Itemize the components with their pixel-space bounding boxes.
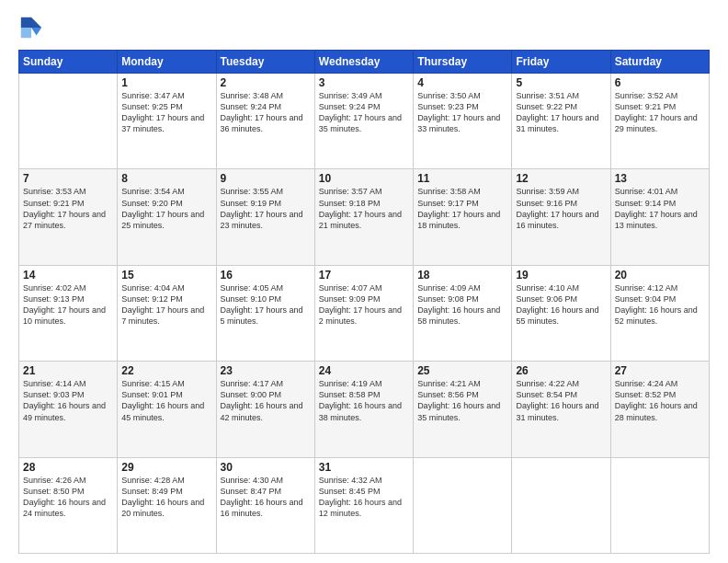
day-number: 25 xyxy=(417,364,507,377)
day-info: Sunrise: 4:19 AM Sunset: 8:58 PM Dayligh… xyxy=(319,378,409,423)
day-number: 31 xyxy=(319,461,409,474)
day-cell: 24 Sunrise: 4:19 AM Sunset: 8:58 PM Dayl… xyxy=(314,362,413,457)
day-cell: 8 Sunrise: 3:54 AM Sunset: 9:20 PM Dayli… xyxy=(118,169,216,265)
day-number: 16 xyxy=(221,269,311,282)
day-info: Sunrise: 3:52 AM Sunset: 9:21 PM Dayligh… xyxy=(615,90,705,135)
day-info: Sunrise: 3:58 AM Sunset: 9:17 PM Dayligh… xyxy=(417,186,507,231)
day-number: 21 xyxy=(23,364,113,377)
day-cell: 16 Sunrise: 4:05 AM Sunset: 9:10 PM Dayl… xyxy=(216,265,314,361)
day-number: 3 xyxy=(319,76,409,89)
svg-marker-0 xyxy=(31,17,41,28)
weekday-header-row: SundayMondayTuesdayWednesdayThursdayFrid… xyxy=(19,51,710,74)
svg-rect-3 xyxy=(21,28,31,38)
day-cell: 21 Sunrise: 4:14 AM Sunset: 9:03 PM Dayl… xyxy=(19,362,118,457)
weekday-tuesday: Tuesday xyxy=(216,51,314,74)
day-cell: 29 Sunrise: 4:28 AM Sunset: 8:49 PM Dayl… xyxy=(118,457,216,553)
weekday-friday: Friday xyxy=(512,51,610,74)
day-info: Sunrise: 4:07 AM Sunset: 9:09 PM Dayligh… xyxy=(319,282,409,327)
day-number: 26 xyxy=(516,364,606,377)
day-number: 19 xyxy=(516,269,606,282)
day-cell: 5 Sunrise: 3:51 AM Sunset: 9:22 PM Dayli… xyxy=(512,74,610,169)
day-cell: 1 Sunrise: 3:47 AM Sunset: 9:25 PM Dayli… xyxy=(118,74,216,169)
day-number: 20 xyxy=(615,269,705,282)
day-cell: 9 Sunrise: 3:55 AM Sunset: 9:19 PM Dayli… xyxy=(216,169,314,265)
day-number: 6 xyxy=(615,76,705,89)
day-cell: 13 Sunrise: 4:01 AM Sunset: 9:14 PM Dayl… xyxy=(610,169,709,265)
svg-rect-2 xyxy=(21,17,31,28)
day-info: Sunrise: 4:05 AM Sunset: 9:10 PM Dayligh… xyxy=(221,282,311,327)
day-number: 24 xyxy=(319,364,409,377)
day-cell xyxy=(512,457,610,553)
day-number: 2 xyxy=(221,76,311,89)
svg-marker-1 xyxy=(31,28,41,35)
week-row-2: 7 Sunrise: 3:53 AM Sunset: 9:21 PM Dayli… xyxy=(19,169,710,265)
day-cell xyxy=(414,457,512,553)
weekday-thursday: Thursday xyxy=(414,51,512,74)
day-number: 29 xyxy=(121,461,211,474)
day-cell: 4 Sunrise: 3:50 AM Sunset: 9:23 PM Dayli… xyxy=(414,74,512,169)
day-info: Sunrise: 4:21 AM Sunset: 8:56 PM Dayligh… xyxy=(417,378,507,423)
day-number: 8 xyxy=(121,172,211,185)
day-info: Sunrise: 4:10 AM Sunset: 9:06 PM Dayligh… xyxy=(516,282,606,327)
day-cell: 17 Sunrise: 4:07 AM Sunset: 9:09 PM Dayl… xyxy=(314,265,413,361)
day-info: Sunrise: 3:47 AM Sunset: 9:25 PM Dayligh… xyxy=(121,90,211,135)
day-info: Sunrise: 4:14 AM Sunset: 9:03 PM Dayligh… xyxy=(23,378,113,423)
day-cell: 14 Sunrise: 4:02 AM Sunset: 9:13 PM Dayl… xyxy=(19,265,118,361)
day-number: 11 xyxy=(417,172,507,185)
day-info: Sunrise: 4:32 AM Sunset: 8:45 PM Dayligh… xyxy=(319,475,409,520)
weekday-monday: Monday xyxy=(118,51,216,74)
day-number: 4 xyxy=(417,76,507,89)
day-info: Sunrise: 3:57 AM Sunset: 9:18 PM Dayligh… xyxy=(319,186,409,231)
day-info: Sunrise: 4:24 AM Sunset: 8:52 PM Dayligh… xyxy=(615,378,705,423)
day-info: Sunrise: 3:54 AM Sunset: 9:20 PM Dayligh… xyxy=(121,186,211,231)
week-row-3: 14 Sunrise: 4:02 AM Sunset: 9:13 PM Dayl… xyxy=(19,265,710,361)
day-number: 10 xyxy=(319,172,409,185)
day-cell: 20 Sunrise: 4:12 AM Sunset: 9:04 PM Dayl… xyxy=(610,265,709,361)
logo xyxy=(18,15,50,40)
day-info: Sunrise: 4:09 AM Sunset: 9:08 PM Dayligh… xyxy=(417,282,507,327)
day-cell: 23 Sunrise: 4:17 AM Sunset: 9:00 PM Dayl… xyxy=(216,362,314,457)
day-cell: 2 Sunrise: 3:48 AM Sunset: 9:24 PM Dayli… xyxy=(216,74,314,169)
day-info: Sunrise: 3:53 AM Sunset: 9:21 PM Dayligh… xyxy=(23,186,113,231)
day-cell xyxy=(610,457,709,553)
day-info: Sunrise: 3:55 AM Sunset: 9:19 PM Dayligh… xyxy=(221,186,311,231)
day-info: Sunrise: 4:12 AM Sunset: 9:04 PM Dayligh… xyxy=(615,282,705,327)
day-cell: 28 Sunrise: 4:26 AM Sunset: 8:50 PM Dayl… xyxy=(19,457,118,553)
day-cell: 27 Sunrise: 4:24 AM Sunset: 8:52 PM Dayl… xyxy=(610,362,709,457)
day-cell: 18 Sunrise: 4:09 AM Sunset: 9:08 PM Dayl… xyxy=(414,265,512,361)
day-info: Sunrise: 4:04 AM Sunset: 9:12 PM Dayligh… xyxy=(121,282,211,327)
day-info: Sunrise: 4:15 AM Sunset: 9:01 PM Dayligh… xyxy=(121,378,211,423)
day-number: 5 xyxy=(516,76,606,89)
day-info: Sunrise: 4:01 AM Sunset: 9:14 PM Dayligh… xyxy=(615,186,705,231)
week-row-1: 1 Sunrise: 3:47 AM Sunset: 9:25 PM Dayli… xyxy=(19,74,710,169)
day-number: 9 xyxy=(221,172,311,185)
day-number: 13 xyxy=(615,172,705,185)
day-info: Sunrise: 3:48 AM Sunset: 9:24 PM Dayligh… xyxy=(221,90,311,135)
day-cell: 3 Sunrise: 3:49 AM Sunset: 9:24 PM Dayli… xyxy=(314,74,413,169)
day-cell xyxy=(19,74,118,169)
day-cell: 22 Sunrise: 4:15 AM Sunset: 9:01 PM Dayl… xyxy=(118,362,216,457)
day-number: 28 xyxy=(23,461,113,474)
weekday-wednesday: Wednesday xyxy=(314,51,413,74)
day-cell: 26 Sunrise: 4:22 AM Sunset: 8:54 PM Dayl… xyxy=(512,362,610,457)
day-info: Sunrise: 3:59 AM Sunset: 9:16 PM Dayligh… xyxy=(516,186,606,231)
day-number: 1 xyxy=(121,76,211,89)
day-info: Sunrise: 4:02 AM Sunset: 9:13 PM Dayligh… xyxy=(23,282,113,327)
day-info: Sunrise: 3:51 AM Sunset: 9:22 PM Dayligh… xyxy=(516,90,606,135)
day-cell: 19 Sunrise: 4:10 AM Sunset: 9:06 PM Dayl… xyxy=(512,265,610,361)
week-row-4: 21 Sunrise: 4:14 AM Sunset: 9:03 PM Dayl… xyxy=(19,362,710,457)
day-number: 15 xyxy=(121,269,211,282)
day-cell: 6 Sunrise: 3:52 AM Sunset: 9:21 PM Dayli… xyxy=(610,74,709,169)
day-cell: 30 Sunrise: 4:30 AM Sunset: 8:47 PM Dayl… xyxy=(216,457,314,553)
day-info: Sunrise: 3:50 AM Sunset: 9:23 PM Dayligh… xyxy=(417,90,507,135)
day-info: Sunrise: 4:28 AM Sunset: 8:49 PM Dayligh… xyxy=(121,475,211,520)
day-number: 22 xyxy=(121,364,211,377)
day-number: 23 xyxy=(221,364,311,377)
logo-icon xyxy=(18,15,44,40)
weekday-sunday: Sunday xyxy=(19,51,118,74)
day-number: 30 xyxy=(221,461,311,474)
header xyxy=(18,15,710,40)
day-info: Sunrise: 4:30 AM Sunset: 8:47 PM Dayligh… xyxy=(221,475,311,520)
day-cell: 15 Sunrise: 4:04 AM Sunset: 9:12 PM Dayl… xyxy=(118,265,216,361)
weekday-saturday: Saturday xyxy=(610,51,709,74)
